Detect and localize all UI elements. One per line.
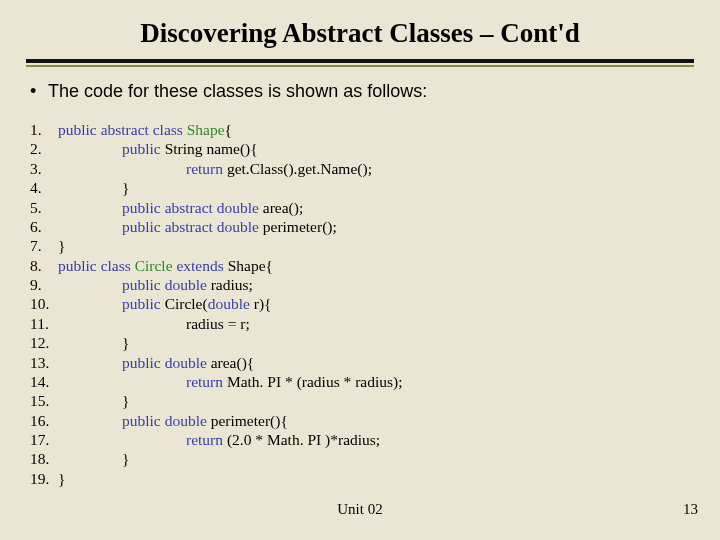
line-number: 12. (30, 333, 58, 352)
line-number: 18. (30, 449, 58, 468)
code-line: 15.} (30, 391, 720, 410)
code-content: public class Circle extends Shape{ (58, 256, 273, 275)
code-content: public double area(){ (58, 353, 254, 372)
code-line: 12.} (30, 333, 720, 352)
code-content: return (2.0 * Math. PI )*radius; (58, 430, 380, 449)
line-number: 9. (30, 275, 58, 294)
bullet-item: • The code for these classes is shown as… (30, 81, 720, 102)
line-number: 4. (30, 178, 58, 197)
bullet-icon: • (30, 81, 48, 102)
code-line: 14.return Math. PI * (radius * radius); (30, 372, 720, 391)
code-line: 6.public abstract double perimeter(); (30, 217, 720, 236)
line-number: 6. (30, 217, 58, 236)
line-number: 14. (30, 372, 58, 391)
bullet-text: The code for these classes is shown as f… (48, 81, 427, 102)
line-number: 10. (30, 294, 58, 313)
code-content: public double radius; (58, 275, 253, 294)
code-line: 18.} (30, 449, 720, 468)
code-content: radius = r; (58, 314, 250, 333)
code-content: return Math. PI * (radius * radius); (58, 372, 403, 391)
line-number: 1. (30, 120, 58, 139)
code-content: public String name(){ (58, 139, 258, 158)
code-line: 11.radius = r; (30, 314, 720, 333)
code-block: 1.public abstract class Shape{2.public S… (30, 120, 720, 488)
code-line: 13.public double area(){ (30, 353, 720, 372)
code-content: return get.Class().get.Name(); (58, 159, 372, 178)
footer-unit: Unit 02 (337, 501, 382, 518)
code-content: } (58, 178, 129, 197)
line-number: 8. (30, 256, 58, 275)
code-content: } (58, 236, 65, 255)
code-content: public abstract class Shape{ (58, 120, 232, 139)
code-line: 4.} (30, 178, 720, 197)
line-number: 17. (30, 430, 58, 449)
code-content: } (58, 449, 129, 468)
line-number: 3. (30, 159, 58, 178)
code-content: public Circle(double r){ (58, 294, 272, 313)
code-line: 8.public class Circle extends Shape{ (30, 256, 720, 275)
line-number: 7. (30, 236, 58, 255)
code-line: 7.} (30, 236, 720, 255)
line-number: 2. (30, 139, 58, 158)
line-number: 15. (30, 391, 58, 410)
line-number: 11. (30, 314, 58, 333)
code-line: 1.public abstract class Shape{ (30, 120, 720, 139)
footer-page-number: 13 (683, 501, 698, 518)
code-content: } (58, 333, 129, 352)
code-line: 5.public abstract double area(); (30, 198, 720, 217)
code-line: 19.} (30, 469, 720, 488)
code-line: 2.public String name(){ (30, 139, 720, 158)
code-content: public abstract double area(); (58, 198, 303, 217)
line-number: 5. (30, 198, 58, 217)
title-underline (26, 59, 694, 67)
code-content: } (58, 469, 65, 488)
slide-title: Discovering Abstract Classes – Cont'd (0, 0, 720, 59)
line-number: 13. (30, 353, 58, 372)
code-content: public double perimeter(){ (58, 411, 288, 430)
code-line: 9.public double radius; (30, 275, 720, 294)
line-number: 16. (30, 411, 58, 430)
code-line: 17.return (2.0 * Math. PI )*radius; (30, 430, 720, 449)
code-content: } (58, 391, 129, 410)
code-line: 16.public double perimeter(){ (30, 411, 720, 430)
line-number: 19. (30, 469, 58, 488)
code-line: 10.public Circle(double r){ (30, 294, 720, 313)
code-content: public abstract double perimeter(); (58, 217, 337, 236)
code-line: 3.return get.Class().get.Name(); (30, 159, 720, 178)
